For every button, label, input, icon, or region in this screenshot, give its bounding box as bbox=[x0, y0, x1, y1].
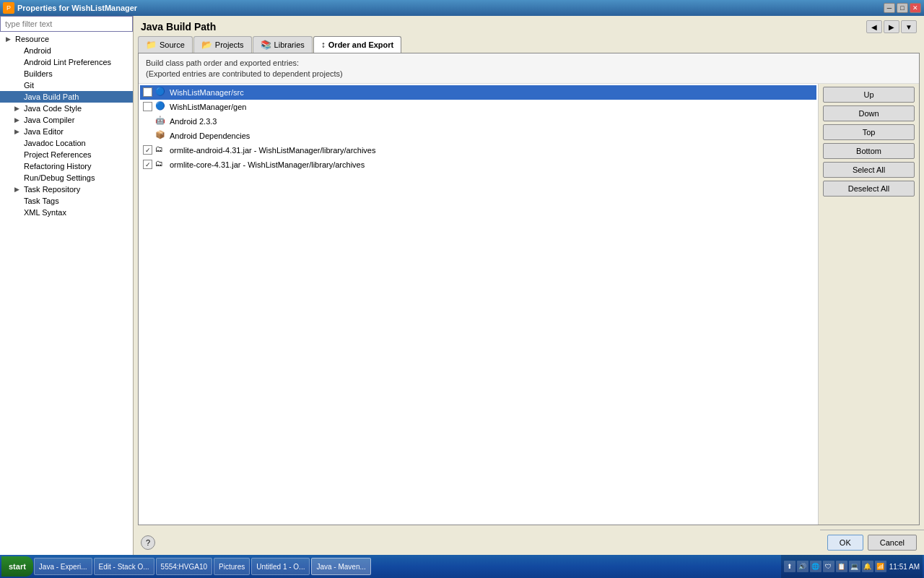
sidebar-tree: ▶ResourceAndroidAndroid Lint Preferences… bbox=[0, 32, 133, 555]
taskbar-item-java-maven[interactable]: Java - Maven... bbox=[311, 558, 370, 575]
close-button[interactable]: ✕ bbox=[910, 3, 921, 13]
help-area: ? bbox=[134, 531, 162, 554]
entry-type-icon: 🤖 bbox=[155, 116, 167, 127]
sys-icon-5[interactable]: 💻 bbox=[849, 561, 860, 572]
taskbar-item-emulator[interactable]: 5554:HVGA10 bbox=[156, 558, 213, 575]
tab-libraries[interactable]: 📚Libraries bbox=[253, 36, 313, 53]
tab-label-order-export: Order and Export bbox=[328, 40, 393, 49]
nav-forward-button[interactable]: ▶ bbox=[884, 20, 899, 33]
sidebar-item-label: Java Compiler bbox=[24, 116, 74, 124]
tabs-bar: 📁Source📂Projects📚Libraries↕Order and Exp… bbox=[134, 36, 924, 53]
taskbar-item-edit-stack[interactable]: Edit - Stack O... bbox=[94, 558, 154, 575]
entry-label: WishListManager/src bbox=[170, 88, 244, 97]
sidebar-item-resource[interactable]: ▶Resource bbox=[0, 33, 133, 45]
right-panel: Java Build Path ◀ ▶ ▼ 📁Source📂Projects📚L… bbox=[134, 16, 924, 555]
sys-icon-3[interactable]: 🛡 bbox=[823, 561, 834, 572]
sidebar-item-label: Git bbox=[24, 81, 34, 90]
entry-checkbox[interactable]: ✓ bbox=[143, 160, 152, 169]
sys-icon-2[interactable]: 🌐 bbox=[810, 561, 821, 572]
sidebar-item-java-editor[interactable]: ▶Java Editor bbox=[0, 126, 133, 137]
entries-list: 🔵WishListManager/src🔵WishListManager/gen… bbox=[139, 84, 818, 525]
sidebar-item-label: Java Build Path bbox=[24, 92, 79, 101]
list-item[interactable]: ✓🗂ormlite-core-4.31.jar - WishListManage… bbox=[140, 158, 816, 172]
help-button[interactable]: ? bbox=[141, 535, 155, 550]
sidebar-item-project-references[interactable]: Project References bbox=[0, 149, 133, 160]
sidebar-item-git[interactable]: Git bbox=[0, 79, 133, 91]
top-button[interactable]: Top bbox=[823, 124, 915, 140]
panel-header: Java Build Path ◀ ▶ ▼ bbox=[134, 16, 924, 36]
sys-icon-7[interactable]: 📶 bbox=[875, 561, 886, 572]
entry-type-icon: 🗂 bbox=[155, 144, 167, 156]
cancel-button[interactable]: Cancel bbox=[868, 535, 917, 551]
entry-type-icon: 🗂 bbox=[155, 159, 167, 171]
tab-icon-libraries: 📚 bbox=[261, 40, 271, 50]
sidebar-item-refactoring-history[interactable]: Refactoring History bbox=[0, 160, 133, 172]
minimize-button[interactable]: ─ bbox=[884, 3, 895, 13]
maximize-button[interactable]: □ bbox=[897, 3, 908, 13]
select-all-button[interactable]: Select All bbox=[823, 162, 915, 178]
taskbar-item-java-experi[interactable]: Java - Experi... bbox=[34, 558, 92, 575]
entry-label: Android 2.3.3 bbox=[170, 117, 217, 126]
sidebar-item-run-debug[interactable]: Run/Debug Settings bbox=[0, 172, 133, 184]
list-item[interactable]: 📦Android Dependencies bbox=[140, 129, 816, 143]
sidebar-item-xml-syntax[interactable]: XML Syntax bbox=[0, 207, 133, 218]
taskbar-item-untitled[interactable]: Untitled 1 - O... bbox=[251, 558, 310, 575]
sidebar-item-java-build-path[interactable]: Java Build Path bbox=[0, 91, 133, 103]
sidebar-item-javadoc-location[interactable]: Javadoc Location bbox=[0, 137, 133, 149]
entry-checkbox[interactable]: ✓ bbox=[143, 145, 152, 155]
sidebar-item-label: Task Tags bbox=[24, 197, 59, 205]
start-button[interactable]: start bbox=[1, 556, 33, 577]
title-bar-left: P Properties for WishListManager bbox=[3, 2, 137, 14]
deselect-all-button[interactable]: Deselect All bbox=[823, 181, 915, 197]
tab-projects[interactable]: 📂Projects bbox=[193, 36, 252, 53]
sidebar-item-task-tags[interactable]: Task Tags bbox=[0, 195, 133, 207]
sys-icon-4[interactable]: 📋 bbox=[836, 561, 847, 572]
window-controls[interactable]: ─ □ ✕ bbox=[884, 3, 921, 13]
tab-label-source: Source bbox=[160, 40, 185, 49]
sidebar-item-java-code-style[interactable]: ▶Java Code Style bbox=[0, 103, 133, 114]
down-button[interactable]: Down bbox=[823, 105, 915, 121]
tree-arrow-icon: ▶ bbox=[14, 116, 22, 124]
bottom-button[interactable]: Bottom bbox=[823, 143, 915, 159]
description-line2: (Exported entries are contributed to dep… bbox=[146, 69, 912, 79]
sidebar-item-builders[interactable]: Builders bbox=[0, 68, 133, 79]
entry-label: Android Dependencies bbox=[170, 131, 250, 140]
sidebar-item-java-compiler[interactable]: ▶Java Compiler bbox=[0, 114, 133, 126]
sidebar-item-label: Refactoring History bbox=[24, 162, 92, 171]
up-button[interactable]: Up bbox=[823, 87, 915, 103]
sidebar-item-android-lint[interactable]: Android Lint Preferences bbox=[0, 56, 133, 68]
tree-arrow-icon: ▶ bbox=[14, 186, 22, 193]
tab-source[interactable]: 📁Source bbox=[138, 36, 193, 53]
sys-icon-6[interactable]: 🔔 bbox=[862, 561, 873, 572]
taskbar-item-pictures[interactable]: Pictures bbox=[214, 558, 250, 575]
tab-label-libraries: Libraries bbox=[274, 40, 305, 49]
window-title: Properties for WishListManager bbox=[17, 4, 137, 12]
content-area: Build class path order and exported entr… bbox=[138, 53, 920, 525]
filter-input[interactable] bbox=[0, 16, 133, 32]
sidebar-item-label: Java Code Style bbox=[24, 104, 82, 113]
nav-back-button[interactable]: ◀ bbox=[866, 20, 882, 33]
app-icon: P bbox=[3, 2, 14, 14]
side-buttons: UpDownTopBottomSelect AllDeselect All bbox=[818, 84, 919, 525]
sidebar-item-label: Android Lint Preferences bbox=[24, 58, 111, 66]
list-item[interactable]: ✓🗂ormlite-android-4.31.jar - WishListMan… bbox=[140, 143, 816, 158]
description-line1: Build class path order and exported entr… bbox=[146, 58, 912, 69]
dialog-buttons: OK Cancel bbox=[820, 530, 924, 555]
list-item[interactable]: 🤖Android 2.3.3 bbox=[140, 114, 816, 129]
sidebar-item-android[interactable]: Android bbox=[0, 45, 133, 56]
list-item[interactable]: 🔵WishListManager/gen bbox=[140, 100, 816, 114]
start-label: start bbox=[9, 562, 26, 571]
sys-icon-0[interactable]: ⬆ bbox=[784, 561, 796, 572]
sys-icon-1[interactable]: 🔊 bbox=[797, 561, 808, 572]
tab-label-projects: Projects bbox=[215, 40, 244, 49]
entry-checkbox-placeholder bbox=[143, 131, 152, 140]
sidebar-item-label: Javadoc Location bbox=[24, 139, 86, 147]
entry-checkbox[interactable] bbox=[143, 102, 152, 111]
sidebar-item-task-repository[interactable]: ▶Task Repository bbox=[0, 184, 133, 195]
ok-button[interactable]: OK bbox=[827, 535, 863, 551]
tab-order-export[interactable]: ↕Order and Export bbox=[313, 36, 401, 53]
list-item[interactable]: 🔵WishListManager/src bbox=[140, 85, 816, 100]
tree-arrow-icon: ▶ bbox=[14, 128, 22, 135]
nav-down-button[interactable]: ▼ bbox=[901, 20, 917, 33]
entry-checkbox[interactable] bbox=[143, 87, 152, 97]
